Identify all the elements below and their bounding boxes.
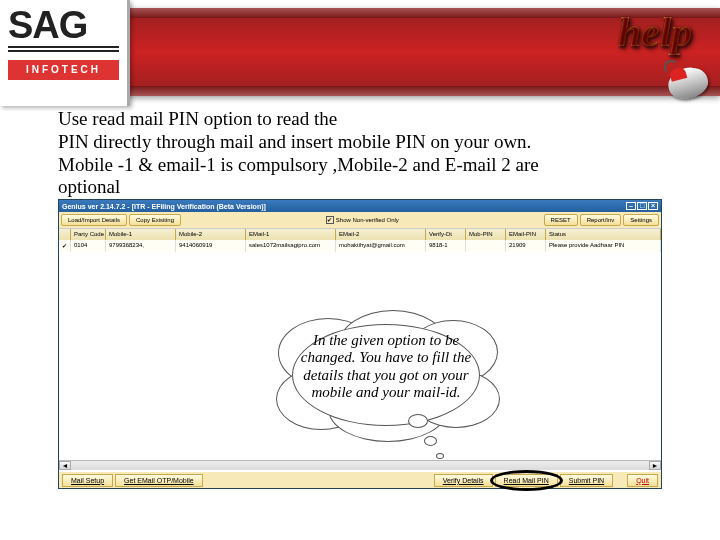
get-email-otp-button[interactable]: Get EMail OTP/Mobile xyxy=(115,474,203,487)
brand-name: SAG xyxy=(0,0,127,44)
reset-button[interactable]: RESET xyxy=(544,214,578,226)
grid-header: Party Code Mobile-1 Mobile-2 EMail-1 EMa… xyxy=(59,228,661,240)
help-graphic: help xyxy=(590,0,720,106)
mail-setup-button[interactable]: Mail Setup xyxy=(62,474,113,487)
instruction-text: Use read mail PIN option to read the PIN… xyxy=(58,108,662,199)
title-bar: Genius ver 2.14.7.2 - [ITR - EFiling Ver… xyxy=(59,200,661,212)
cloud-tail-icon xyxy=(408,414,428,428)
callout-cloud: In the given option to be changed. You h… xyxy=(276,310,496,440)
brand-sub: INFOTECH xyxy=(8,60,119,80)
verify-details-button[interactable]: Verify Details xyxy=(434,474,493,487)
brand-logo: SAG INFOTECH xyxy=(0,0,130,106)
mouse-icon xyxy=(664,60,714,100)
load-import-button[interactable]: Load/Import Details xyxy=(61,214,127,226)
copy-existing-button[interactable]: Copy Exisiting xyxy=(129,214,181,226)
cloud-tail-icon xyxy=(436,453,444,459)
show-nonverified-check[interactable]: ✔ Show Non-verified Only xyxy=(326,216,399,224)
window-controls[interactable]: –□× xyxy=(625,202,658,210)
h-scrollbar[interactable]: ◄► xyxy=(59,460,661,470)
cloud-tail-icon xyxy=(424,436,437,446)
title-text: Genius ver 2.14.7.2 - [ITR - EFiling Ver… xyxy=(62,203,266,210)
table-row[interactable]: ✔ 0104 9799368234, 9414060919 sales1072m… xyxy=(59,240,661,252)
submit-pin-button[interactable]: Submit PIN xyxy=(560,474,613,487)
report-button[interactable]: Report/Inv xyxy=(580,214,622,226)
callout-text: In the given option to be changed. You h… xyxy=(296,332,476,401)
read-mail-pin-button[interactable]: Read Mail PIN xyxy=(495,474,558,487)
quit-button[interactable]: Quit xyxy=(627,474,658,487)
bottom-toolbar: Mail Setup Get EMail OTP/Mobile Verify D… xyxy=(59,472,661,488)
toolbar-row1: Load/Import Details Copy Exisiting ✔ Sho… xyxy=(59,212,661,228)
help-label: help xyxy=(590,8,720,56)
settings-button[interactable]: Settings xyxy=(623,214,659,226)
